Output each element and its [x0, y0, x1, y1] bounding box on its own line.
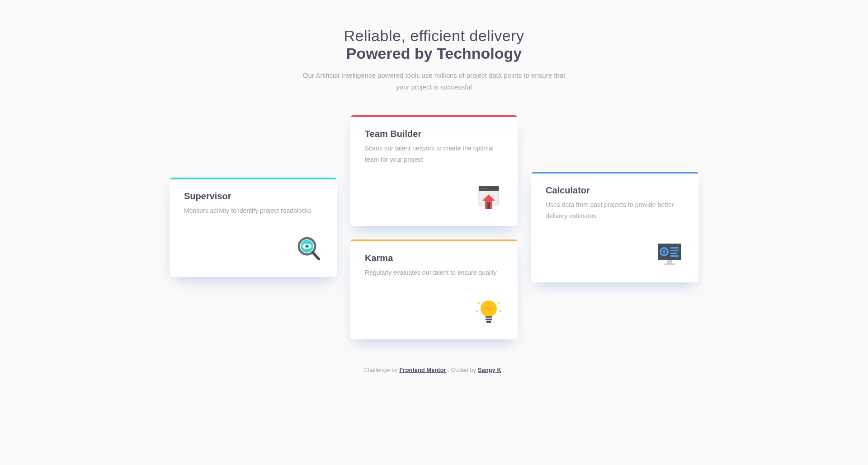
cards-container: Supervisor Monitors activity to identify… — [163, 115, 705, 339]
monitor-icon — [546, 240, 684, 269]
house-page-icon — [365, 183, 503, 212]
magnifier-eye-icon — [184, 235, 322, 263]
svg-point-21 — [500, 310, 501, 312]
svg-point-9 — [484, 188, 485, 189]
card-column-right: Calculator Uses data from past projects … — [531, 172, 698, 282]
svg-rect-15 — [486, 316, 492, 318]
lightbulb-icon — [365, 297, 503, 326]
svg-rect-29 — [667, 260, 672, 263]
svg-rect-17 — [486, 321, 491, 323]
card-supervisor: Supervisor Monitors activity to identify… — [170, 178, 337, 277]
card-team-builder: Team Builder Scans our talent network to… — [350, 115, 518, 226]
svg-rect-25 — [670, 247, 679, 249]
card-calculator: Calculator Uses data from past projects … — [531, 172, 698, 282]
page-header: Reliable, efficient delivery Powered by … — [298, 27, 570, 93]
svg-point-10 — [486, 188, 487, 189]
card-description: Uses data from past projects to provide … — [546, 199, 684, 222]
svg-line-5 — [313, 253, 319, 259]
svg-rect-13 — [487, 202, 490, 209]
svg-point-18 — [478, 302, 480, 304]
svg-point-19 — [498, 302, 500, 304]
attribution-link-2[interactable]: Sangy K — [478, 366, 501, 373]
svg-point-20 — [476, 310, 478, 312]
title-light: Reliable, efficient delivery — [298, 27, 570, 45]
card-column-middle: Team Builder Scans our talent network to… — [350, 115, 518, 339]
card-column-left: Supervisor Monitors activity to identify… — [170, 178, 337, 277]
card-title: Supervisor — [184, 191, 322, 202]
card-karma: Karma Regularly evaluates our talent to … — [350, 240, 518, 339]
card-description: Scans our talent network to create the o… — [365, 143, 503, 165]
card-title: Calculator — [546, 185, 684, 196]
card-title: Karma — [365, 253, 503, 263]
svg-point-24 — [663, 250, 665, 253]
attribution-prefix: Challenge by — [363, 366, 400, 373]
card-description: Regularly evaluates our talent to ensure… — [365, 267, 503, 278]
card-title: Team Builder — [365, 129, 503, 139]
svg-point-4 — [306, 245, 308, 247]
svg-rect-16 — [486, 319, 492, 320]
attribution-suffix: . — [503, 366, 505, 373]
attribution-middle: . Coded by — [448, 366, 478, 373]
attribution: Challenge by Frontend Mentor . Coded by … — [363, 366, 505, 373]
attribution-link-1[interactable]: Frontend Mentor — [399, 366, 446, 373]
svg-rect-30 — [664, 263, 675, 265]
svg-rect-27 — [670, 253, 677, 254]
svg-point-8 — [481, 188, 483, 189]
title-bold: Powered by Technology — [298, 45, 570, 62]
svg-rect-26 — [670, 250, 679, 251]
svg-rect-28 — [670, 255, 679, 257]
subtitle: Our Artificial Intelligence powered tool… — [298, 70, 570, 93]
card-description: Monitors activity to identify project ro… — [184, 205, 322, 216]
